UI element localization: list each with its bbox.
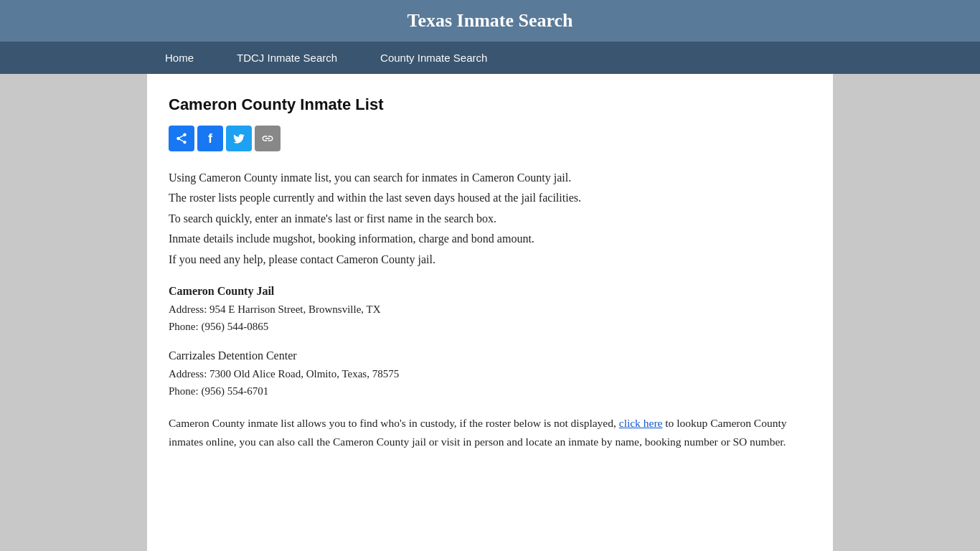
- address-value-carrizales: 7300 Old Alice Road, Olmito, Texas, 7857…: [209, 368, 399, 380]
- copy-link-button[interactable]: [255, 126, 281, 151]
- phone-value-cameron: (956) 544-0865: [201, 321, 268, 332]
- twitter-button[interactable]: [226, 126, 252, 151]
- jail-info-carrizales: Carrizales Detention Center Address: 730…: [169, 349, 804, 400]
- phone-label-cameron: Phone:: [169, 321, 201, 332]
- jail-name-carrizales: Carrizales Detention Center: [169, 349, 804, 362]
- jail-phone-carrizales: Phone: (956) 554-6701: [169, 382, 804, 400]
- social-buttons: f: [169, 126, 804, 151]
- address-label-carrizales: Address:: [169, 368, 209, 380]
- sidebar-left: [0, 74, 147, 551]
- desc-line-2: The roster lists people currently and wi…: [169, 189, 804, 207]
- nav-county[interactable]: County Inmate Search: [359, 42, 509, 74]
- sidebar-right: [833, 74, 980, 551]
- description-block: Using Cameron County inmate list, you ca…: [169, 169, 804, 269]
- page-wrapper: Texas Inmate Search Home TDCJ Inmate Sea…: [0, 0, 980, 551]
- click-here-link[interactable]: click here: [619, 417, 663, 429]
- desc-line-3: To search quickly, enter an inmate's las…: [169, 209, 804, 228]
- jail-info-cameron: Cameron County Jail Address: 954 E Harri…: [169, 285, 804, 335]
- address-label-cameron: Address:: [169, 303, 209, 315]
- site-title: Texas Inmate Search: [14, 10, 966, 32]
- address-value-cameron: 954 E Harrison Street, Brownsville, TX: [209, 303, 380, 315]
- twitter-icon: [232, 132, 245, 145]
- bottom-paragraph: Cameron County inmate list allows you to…: [169, 414, 804, 452]
- desc-line-1: Using Cameron County inmate list, you ca…: [169, 169, 804, 187]
- jail-phone-cameron: Phone: (956) 544-0865: [169, 318, 804, 335]
- page-heading: Cameron County Inmate List: [169, 95, 804, 114]
- share-button[interactable]: [169, 126, 194, 151]
- content-area: Cameron County Inmate List f: [147, 74, 833, 551]
- jail-address-cameron: Address: 954 E Harrison Street, Brownsvi…: [169, 301, 804, 318]
- site-nav: Home TDCJ Inmate Search County Inmate Se…: [0, 42, 980, 74]
- jail-address-carrizales: Address: 7300 Old Alice Road, Olmito, Te…: [169, 365, 804, 382]
- share-icon: [175, 132, 188, 145]
- nav-home[interactable]: Home: [143, 42, 215, 74]
- site-header: Texas Inmate Search: [0, 0, 980, 42]
- jail-name-cameron: Cameron County Jail: [169, 285, 804, 298]
- facebook-icon: f: [208, 131, 212, 146]
- desc-line-4: Inmate details include mugshot, booking …: [169, 230, 804, 248]
- bottom-text-before-link: Cameron County inmate list allows you to…: [169, 417, 619, 429]
- link-icon: [261, 132, 274, 145]
- phone-label-carrizales: Phone:: [169, 385, 201, 397]
- desc-line-5: If you need any help, please contact Cam…: [169, 250, 804, 269]
- phone-value-carrizales: (956) 554-6701: [201, 385, 268, 397]
- nav-tdcj[interactable]: TDCJ Inmate Search: [215, 42, 359, 74]
- facebook-button[interactable]: f: [197, 126, 223, 151]
- main-layout: Cameron County Inmate List f: [0, 74, 980, 551]
